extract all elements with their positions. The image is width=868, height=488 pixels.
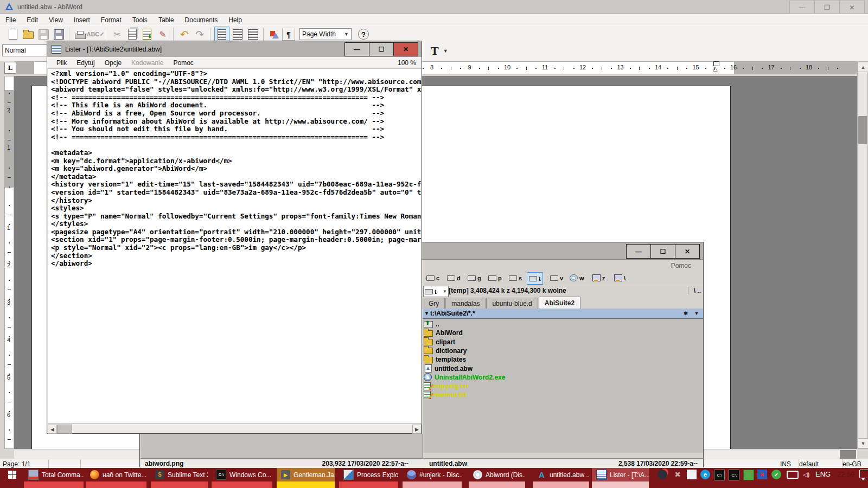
eset-tray-icon[interactable]: e	[700, 470, 710, 479]
scrollbar-thumb[interactable]	[858, 116, 867, 144]
view-print-icon[interactable]	[246, 27, 260, 41]
lister-content[interactable]: <?xml version="1.0" encoding="UTF-8"?> <…	[48, 69, 422, 423]
format-painter-icon[interactable]: ✎	[155, 27, 170, 41]
file-row-UninstallAbiWord2.exe[interactable]: UninstallAbiWord2.exe	[424, 373, 698, 382]
drive-button-t[interactable]: t	[527, 272, 543, 285]
drive-button-p[interactable]: p	[487, 272, 503, 284]
scroll-down-icon[interactable]: ▼	[858, 438, 868, 448]
taskbar-item-procexp[interactable]: Process Explo...	[339, 468, 398, 488]
taskbar-item-firefox[interactable]: наб on Twitte...	[86, 468, 146, 488]
taskbar-item-abiword[interactable]: Auntitled.abw ...	[533, 468, 589, 488]
scroll-right-icon[interactable]: ▶	[412, 425, 422, 434]
white-square-tray-icon[interactable]	[687, 470, 697, 479]
action-center-icon[interactable]	[859, 470, 868, 478]
folder-tab-abisuite2[interactable]: AbiSuite2	[539, 297, 580, 309]
menu-view[interactable]: View	[43, 15, 68, 25]
menu-file[interactable]: File	[0, 15, 21, 25]
print-icon[interactable]	[73, 27, 88, 41]
menu-table[interactable]: Table	[153, 15, 180, 25]
drive-button-z[interactable]: z	[591, 272, 607, 284]
view-web-icon[interactable]	[231, 27, 245, 41]
close-icon[interactable]: ✕	[675, 244, 700, 259]
menu-edytuj[interactable]: Edytuj	[72, 58, 99, 68]
taskbar-item-sublime[interactable]: SSublime Text 3	[151, 468, 208, 488]
drive-button-w[interactable]: w	[568, 272, 586, 284]
drive-button-g[interactable]: g	[466, 272, 483, 284]
xnview-tray-icon[interactable]: ✖	[673, 470, 682, 479]
scroll-up-icon[interactable]: ▲	[858, 62, 868, 72]
copy-icon[interactable]	[125, 27, 140, 41]
taskbar-item-cmd[interactable]: C:\Windows Co...	[212, 468, 272, 488]
drive-button-d[interactable]: d	[445, 272, 462, 284]
history-icon[interactable]: ▼	[692, 310, 701, 317]
vertical-ruler[interactable]: 21123456	[4, 76, 14, 449]
view-normal-icon[interactable]	[214, 27, 229, 42]
drive-button-c[interactable]: c	[425, 272, 441, 284]
maximize-icon[interactable]: ☐	[369, 42, 394, 56]
maximize-icon[interactable]: ☐	[650, 244, 675, 259]
folder-tab-ubuntu-blue.d[interactable]: ubuntu-blue.d	[486, 298, 538, 309]
menu-pomoc[interactable]: Pomoc	[168, 58, 198, 68]
file-row-clipart[interactable]: clipart	[424, 338, 698, 346]
drive-button-net[interactable]: \	[612, 272, 627, 284]
restore-icon[interactable]: ❐	[814, 1, 839, 14]
drive-combo[interactable]: t ▼	[423, 286, 449, 297]
menu-format[interactable]: Format	[95, 15, 127, 25]
discord-tray-icon[interactable]	[658, 470, 667, 479]
root-parent-links[interactable]: \ ..	[688, 287, 701, 294]
scrollbar-thumb[interactable]	[840, 450, 856, 459]
menu-pomoc[interactable]: Pomoc	[671, 262, 691, 269]
zoom-combo[interactable]: Page Width ▼	[299, 28, 352, 40]
new-document-icon[interactable]	[5, 27, 21, 41]
cut-icon[interactable]: ✂	[110, 27, 125, 41]
taskbar-item-media[interactable]: ▶Gentleman.Ja...	[277, 468, 335, 488]
font-color-button[interactable]: T ▼	[427, 43, 456, 59]
file-row-untitled.abw[interactable]: untitled.abw	[424, 364, 698, 373]
cmd2-tray-icon[interactable]: C:\	[729, 470, 739, 480]
drive-button-s[interactable]: s	[507, 272, 524, 284]
gpu-tray-icon[interactable]	[743, 470, 754, 480]
file-row-dictionary[interactable]: dictionary	[424, 346, 698, 355]
save-as-icon[interactable]	[51, 27, 66, 41]
menu-help[interactable]: Help	[223, 15, 247, 25]
spellcheck-icon[interactable]: ABC✓	[88, 27, 103, 41]
file-row-templates[interactable]: templates	[424, 355, 698, 364]
scroll-left-icon[interactable]: ◀	[48, 425, 57, 434]
folder-tab-gry[interactable]: Gry	[423, 298, 445, 309]
open-icon[interactable]	[21, 27, 36, 41]
insert-image-icon[interactable]	[267, 27, 282, 41]
muted-tray-icon[interactable]: ✖	[757, 470, 767, 479]
start-button[interactable]	[0, 468, 24, 481]
taskbar-item-discord[interactable]: #unjerk - Disc...	[403, 468, 462, 488]
paste-icon[interactable]: ⬇	[140, 27, 155, 41]
redo-icon[interactable]: ↷	[192, 27, 207, 41]
drive-button-v[interactable]: v	[548, 272, 565, 284]
network-tray-icon[interactable]	[787, 471, 799, 479]
cmd-tray-icon[interactable]: C:\	[714, 470, 725, 480]
save-icon[interactable]	[36, 27, 51, 41]
clock[interactable]: 22:59	[837, 470, 855, 478]
menu-insert[interactable]: Insert	[68, 15, 95, 25]
menu-tools[interactable]: Tools	[127, 15, 153, 25]
close-icon[interactable]: ✕	[393, 42, 418, 56]
file-row-..[interactable]: ..	[424, 320, 698, 329]
undo-icon[interactable]: ↶	[177, 27, 192, 41]
menu-edit[interactable]: Edit	[21, 15, 43, 25]
minimize-icon[interactable]: —	[790, 1, 814, 14]
scrollbar-thumb[interactable]	[57, 425, 72, 434]
taskbar-item-cd[interactable]: Abiword (Dis...	[469, 468, 525, 488]
keyboard-language[interactable]: ENG	[815, 470, 831, 478]
file-row-copying.txt[interactable]: copying.txt	[424, 382, 698, 390]
show-paragraphs-icon[interactable]: ¶	[282, 28, 295, 41]
taskbar-item-totalcmd[interactable]: Total Comma...	[24, 468, 84, 488]
ok-tray-icon[interactable]: ✔	[771, 470, 781, 479]
file-row-readme.txt[interactable]: readme.txt	[424, 390, 698, 399]
tab-selector-button[interactable]: L	[4, 62, 16, 74]
close-icon[interactable]: ✕	[839, 1, 864, 14]
help-icon[interactable]: ?	[358, 29, 369, 40]
menu-documents[interactable]: Documents	[180, 15, 224, 25]
menu-plik[interactable]: Plik	[52, 58, 72, 68]
minimize-icon[interactable]: —	[626, 244, 651, 259]
folder-tab-mandalas[interactable]: mandalas	[445, 298, 486, 309]
taskbar-item-lister[interactable]: Lister - [T:\A...	[592, 468, 649, 488]
